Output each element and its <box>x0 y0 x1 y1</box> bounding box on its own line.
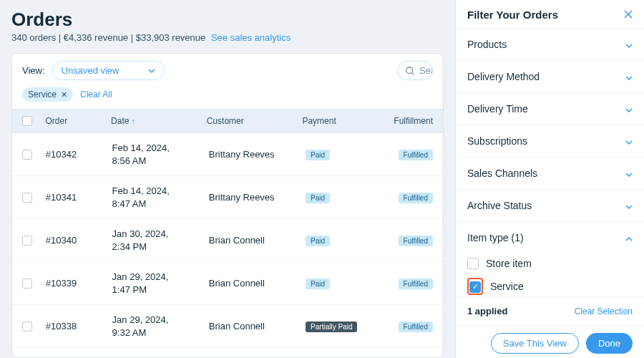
see-analytics-link[interactable]: See sales analytics <box>211 32 291 43</box>
fulfillment-cell: Fulfilled <box>399 149 433 160</box>
view-select[interactable]: Unsaved view <box>52 61 165 80</box>
col-customer[interactable]: Customer <box>207 116 303 126</box>
fulfillment-cell: Fulfilled <box>399 192 433 203</box>
filter-section-label: Delivery Time <box>467 103 528 115</box>
filter-option-service[interactable]: ✓ Service <box>467 274 633 296</box>
filter-option-label: Store item <box>486 258 532 269</box>
filter-section-item-type[interactable]: Item type (1) <box>456 221 644 253</box>
row-checkbox[interactable] <box>22 150 32 160</box>
table-row[interactable]: #10341Feb 14, 2024,8:47 AMBrittany Reeve… <box>12 176 443 219</box>
clear-all-filters[interactable]: Clear All <box>80 90 112 100</box>
payment-badge-paid: Paid <box>306 193 330 203</box>
order-id: #10340 <box>46 235 112 246</box>
view-label: View: <box>22 65 45 76</box>
col-fulfillment[interactable]: Fulfillment <box>394 116 433 126</box>
row-checkbox[interactable] <box>22 279 32 289</box>
clear-selection-link[interactable]: Clear Selection <box>575 306 633 316</box>
svg-point-0 <box>406 67 413 73</box>
sort-asc-icon: ↑ <box>131 117 135 125</box>
filter-section-products[interactable]: Products <box>456 28 644 60</box>
payment-cell: Paid <box>306 192 398 203</box>
chevron-down-icon <box>625 136 633 147</box>
applied-count: 1 applied <box>467 306 507 316</box>
table-header: Order Date↑ Customer Payment Fulfillment <box>12 109 443 133</box>
page-title: Orders <box>11 9 444 31</box>
payment-cell: Partially Paid <box>306 321 398 332</box>
chevron-down-icon <box>625 39 633 50</box>
done-button[interactable]: Done <box>586 333 633 354</box>
filter-section-label: Delivery Method <box>467 71 540 82</box>
order-id: #10341 <box>46 192 112 203</box>
payment-badge-paid: Paid <box>306 150 330 160</box>
filter-section-label: Subscriptions <box>467 135 527 147</box>
order-id: #10338 <box>46 321 112 332</box>
order-date: Jan 29, 2024,9:32 AM <box>112 314 209 339</box>
chevron-down-icon <box>625 200 633 211</box>
orders-table-body: #10342Feb 14, 2024,8:56 AMBrittany Reeve… <box>12 133 443 357</box>
fulfillment-badge: Fulfilled <box>399 279 433 289</box>
close-icon <box>624 10 633 19</box>
filter-chip-service[interactable]: Service ✕ <box>22 87 73 102</box>
table-row[interactable]: #10337Jan 29, 2024,9:07 AMBrian ConnellP… <box>12 348 443 357</box>
col-order[interactable]: Order <box>45 116 111 126</box>
chevron-down-icon <box>625 104 633 115</box>
chevron-down-icon <box>148 67 155 74</box>
filter-section-label: Archive Status <box>467 200 532 211</box>
filter-section-delivery-time[interactable]: Delivery Time <box>456 92 644 125</box>
checkbox-unchecked-icon[interactable] <box>467 258 479 269</box>
search-input[interactable]: Search <box>397 61 433 80</box>
row-checkbox[interactable] <box>22 321 32 332</box>
fulfillment-cell: Fulfilled <box>399 278 433 289</box>
search-placeholder: Search <box>419 65 433 76</box>
search-icon <box>405 66 415 76</box>
order-date: Jan 29, 2024,1:47 PM <box>112 271 209 296</box>
view-select-value: Unsaved view <box>62 65 119 76</box>
col-payment[interactable]: Payment <box>302 116 394 126</box>
orders-summary: 340 orders | €4,336 revenue | $33,903 re… <box>11 32 444 43</box>
customer-name: Brian Connell <box>209 278 306 289</box>
filter-section-subscriptions[interactable]: Subscriptions <box>456 125 644 157</box>
col-date-label: Date <box>111 116 129 126</box>
save-view-button[interactable]: Save This View <box>491 333 579 354</box>
table-row[interactable]: #10340Jan 30, 2024,2:34 PMBrian ConnellP… <box>12 219 443 262</box>
customer-name: Brian Connell <box>209 321 306 332</box>
order-id: #10339 <box>46 278 112 289</box>
table-row[interactable]: #10339Jan 29, 2024,1:47 PMBrian ConnellP… <box>12 262 443 305</box>
order-id: #10342 <box>46 149 112 160</box>
filter-chip-label: Service <box>28 90 57 100</box>
filter-section-delivery-method[interactable]: Delivery Method <box>456 60 644 92</box>
payment-badge-paid: Paid <box>306 279 330 289</box>
row-checkbox[interactable] <box>22 193 32 203</box>
fulfillment-cell: Fulfilled <box>399 235 433 246</box>
filter-panel: Filter Your Orders Products Delivery Met… <box>455 0 644 358</box>
payment-cell: Paid <box>306 149 398 160</box>
customer-name: Brittany Reeves <box>209 149 306 160</box>
row-checkbox[interactable] <box>22 236 32 246</box>
checkbox-checked-icon[interactable]: ✓ <box>469 281 481 293</box>
filter-section-archive-status[interactable]: Archive Status <box>456 189 644 221</box>
payment-badge-partial: Partially Paid <box>306 321 357 332</box>
filter-section-label: Sales Channels <box>467 168 537 179</box>
fulfillment-cell: Fulfilled <box>399 321 433 332</box>
filter-section-label: Item type (1) <box>467 232 524 243</box>
chevron-down-icon <box>625 72 633 82</box>
table-row[interactable]: #10338Jan 29, 2024,9:32 AMBrian ConnellP… <box>12 305 443 348</box>
table-row[interactable]: #10342Feb 14, 2024,8:56 AMBrittany Reeve… <box>12 133 443 176</box>
customer-name: Brittany Reeves <box>209 192 306 203</box>
order-date: Jan 29, 2024,9:07 AM <box>112 357 209 357</box>
order-date: Jan 30, 2024,2:34 PM <box>112 228 209 253</box>
col-date[interactable]: Date↑ <box>111 116 207 126</box>
close-filter-button[interactable] <box>624 9 633 21</box>
payment-cell: Paid <box>306 235 398 246</box>
filter-panel-title: Filter Your Orders <box>467 9 558 21</box>
select-all-checkbox[interactable] <box>22 116 32 126</box>
chevron-down-icon <box>625 168 633 179</box>
summary-text: 340 orders | €4,336 revenue | $33,903 re… <box>11 32 205 43</box>
payment-cell: Paid <box>306 278 398 289</box>
order-date: Feb 14, 2024,8:47 AM <box>112 185 209 210</box>
remove-chip-icon[interactable]: ✕ <box>61 90 67 100</box>
fulfillment-badge: Fulfilled <box>399 150 433 160</box>
filter-section-sales-channels[interactable]: Sales Channels <box>456 157 644 189</box>
filter-option-label: Service <box>490 281 524 292</box>
filter-option-store-item[interactable]: Store item <box>467 253 633 274</box>
